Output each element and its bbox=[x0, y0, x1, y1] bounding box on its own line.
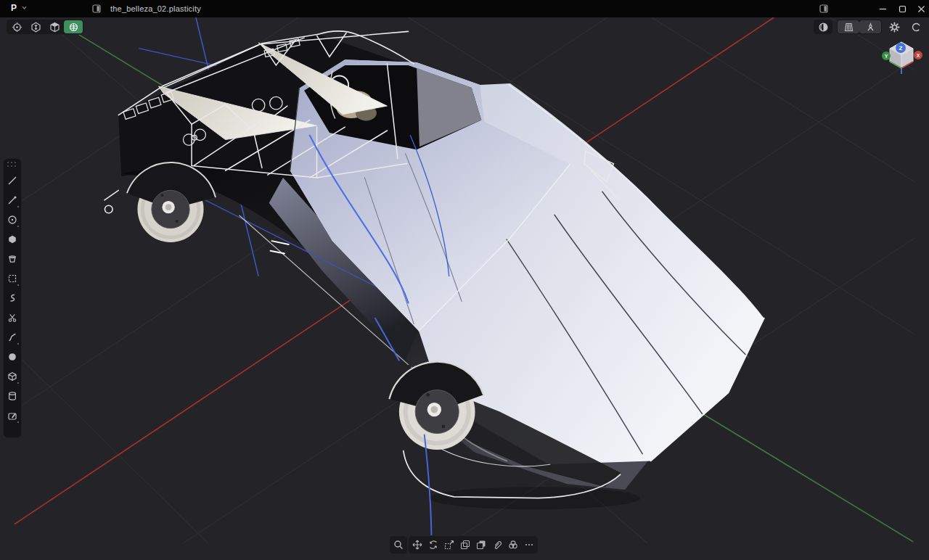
rear-wheel bbox=[127, 162, 216, 242]
scissors-icon bbox=[7, 313, 17, 323]
axes-display-button[interactable] bbox=[859, 20, 881, 33]
sphere-tool-button[interactable] bbox=[4, 347, 20, 366]
maximize-button[interactable] bbox=[892, 0, 912, 17]
sphere-icon bbox=[7, 352, 17, 362]
gear-dot-icon bbox=[12, 22, 22, 33]
more-button[interactable] bbox=[521, 538, 537, 551]
bucket-icon bbox=[7, 254, 17, 264]
cube-icon bbox=[7, 371, 17, 382]
close-button[interactable] bbox=[911, 0, 929, 17]
flyout-indicator bbox=[17, 284, 20, 287]
flyout-indicator bbox=[17, 382, 20, 384]
top-left-toolbar bbox=[6, 19, 84, 35]
circle-arc-icon bbox=[911, 22, 922, 33]
rectangle-tool-button[interactable] bbox=[4, 268, 20, 288]
tri-sphere-icon bbox=[508, 540, 518, 550]
polyline-icon bbox=[7, 195, 17, 205]
car-model-scene bbox=[0, 17, 929, 560]
circle-center-icon bbox=[7, 215, 17, 225]
gizmo-x-label[interactable]: X bbox=[917, 53, 920, 58]
cylinder-icon bbox=[7, 391, 17, 401]
polyline-tool-button[interactable] bbox=[4, 190, 20, 210]
flyout-indicator bbox=[17, 421, 20, 424]
left-toolbar bbox=[3, 158, 22, 438]
move-arrows-icon bbox=[412, 540, 422, 550]
polygon-tool-button[interactable] bbox=[4, 229, 20, 249]
plasticity-window: { "titlebar": { "logo": "P", "filename":… bbox=[0, 0, 929, 560]
app-menu-chevron-icon[interactable] bbox=[22, 5, 27, 10]
center-circle-tool-button[interactable] bbox=[4, 210, 20, 229]
material-preview-pill bbox=[813, 19, 833, 35]
flyout-indicator bbox=[17, 343, 20, 345]
hexagon-pin-icon bbox=[30, 22, 41, 33]
document-title: the_belleza_02.plasticity bbox=[110, 4, 201, 13]
move-button[interactable] bbox=[409, 538, 425, 551]
search-button[interactable] bbox=[390, 538, 406, 551]
polygon-icon bbox=[7, 234, 17, 244]
panel-toggle-icon[interactable] bbox=[819, 4, 828, 13]
gizmo-y-label[interactable]: Y bbox=[885, 54, 888, 59]
bottom-toolbar bbox=[408, 535, 539, 554]
material-preview-button[interactable] bbox=[814, 20, 832, 33]
filled-rects-icon bbox=[476, 540, 486, 550]
spline-tool-button[interactable] bbox=[4, 288, 20, 308]
flyout-indicator bbox=[17, 206, 20, 208]
dashed-rect-icon bbox=[7, 273, 17, 284]
flyout-indicator bbox=[17, 226, 20, 228]
duplicate-button[interactable] bbox=[457, 538, 473, 551]
theme-toggle-button[interactable] bbox=[907, 20, 925, 34]
trim-tool-button[interactable] bbox=[4, 308, 20, 327]
search-pill bbox=[389, 535, 408, 554]
extrude-tool-button[interactable] bbox=[4, 249, 20, 268]
attach-button[interactable] bbox=[489, 538, 505, 551]
sketch-tool-button[interactable] bbox=[4, 405, 20, 425]
line-icon bbox=[7, 176, 17, 186]
cylinder-tool-button[interactable] bbox=[4, 386, 20, 405]
overlap-rects-icon bbox=[460, 540, 470, 550]
toolbar-drag-handle[interactable] bbox=[7, 162, 17, 168]
viewport-3d[interactable] bbox=[0, 17, 929, 560]
minimize-button[interactable] bbox=[872, 0, 893, 17]
scale-button[interactable] bbox=[441, 538, 457, 551]
rotate-arrows-icon bbox=[428, 540, 438, 550]
sketch-pen-icon bbox=[7, 411, 17, 421]
gear-icon bbox=[889, 22, 900, 33]
sphere-axes-icon bbox=[68, 22, 79, 33]
gizmo-z-label[interactable]: Z bbox=[899, 45, 903, 52]
cube-faces-icon bbox=[49, 22, 60, 33]
copy-button[interactable] bbox=[473, 538, 489, 551]
paperclip-icon bbox=[492, 540, 502, 550]
shaded-ball-icon bbox=[818, 22, 829, 33]
line-tool-button[interactable] bbox=[4, 170, 20, 190]
titlebar: P the_belleza_02.plasticity bbox=[0, 0, 929, 17]
s-curve-icon bbox=[7, 293, 17, 303]
construction-plane-button[interactable] bbox=[26, 20, 45, 33]
hatched-panel-icon bbox=[843, 22, 854, 33]
car-model[interactable] bbox=[105, 31, 764, 543]
isocurves-display-button[interactable] bbox=[838, 20, 859, 33]
app-logo[interactable]: P bbox=[11, 3, 17, 13]
scale-box-icon bbox=[444, 540, 454, 550]
curve-tool-button[interactable] bbox=[4, 327, 20, 347]
snap-settings-button[interactable] bbox=[7, 20, 26, 33]
display-toggles-group bbox=[836, 19, 883, 35]
magnifier-icon bbox=[393, 540, 404, 550]
view-gizmo[interactable]: Z Y X bbox=[881, 36, 925, 80]
solid-display-button[interactable] bbox=[45, 20, 64, 33]
viewport-settings-button[interactable] bbox=[885, 20, 903, 34]
ellipsis-icon bbox=[524, 540, 534, 550]
tripod-icon bbox=[865, 22, 876, 33]
box-tool-button[interactable] bbox=[4, 366, 20, 386]
materials-button[interactable] bbox=[505, 538, 521, 551]
document-tab-icon[interactable] bbox=[92, 4, 101, 13]
gizmo-sphere-button[interactable] bbox=[64, 20, 83, 33]
rotate-button[interactable] bbox=[425, 538, 441, 551]
freeform-curve-icon bbox=[7, 332, 17, 342]
